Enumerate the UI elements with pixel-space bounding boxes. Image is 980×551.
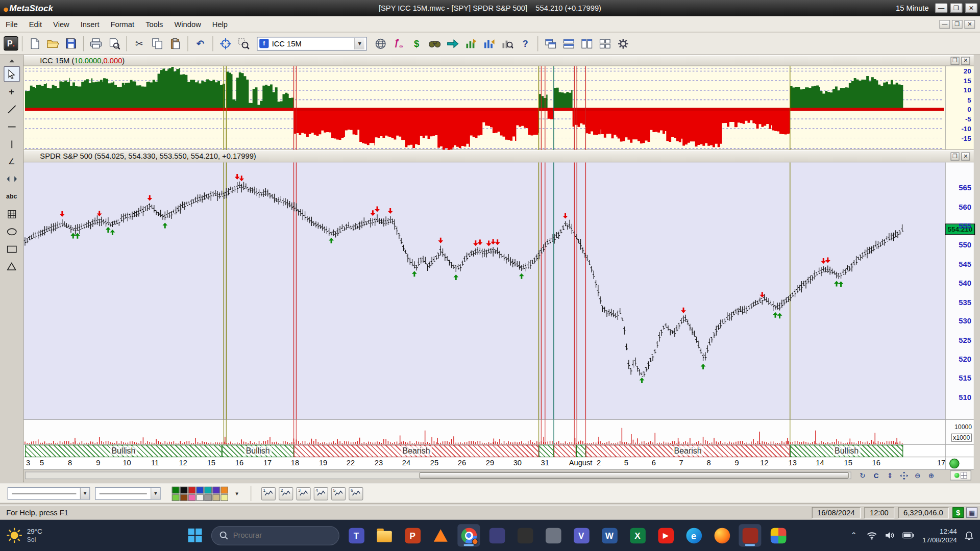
text-tool-button[interactable]: abc [4,189,20,205]
chart-import-button[interactable] [481,35,498,52]
color-swatch[interactable] [204,486,212,493]
word-icon[interactable]: W [598,524,621,546]
angle-line-button[interactable]: ∠ [4,154,20,169]
firefox-icon[interactable] [710,524,733,546]
volume-icon[interactable] [884,529,896,541]
color-swatch[interactable] [172,486,180,493]
tile-horizontal-button[interactable] [560,35,577,52]
chart-export-button[interactable] [462,35,479,52]
minimize-button[interactable]: — [935,3,947,13]
pointer-target-button[interactable] [217,35,234,52]
zoom-out-button[interactable]: ⊖ [911,470,923,481]
chart-search-button[interactable] [499,35,516,52]
horizontal-scrollbar-track[interactable] [25,471,851,479]
visual-app-icon[interactable]: V [570,524,593,546]
tile-grid-button[interactable] [596,35,613,52]
icc-maximize-button[interactable]: ❒ [950,57,959,65]
color-swatch[interactable] [188,494,196,500]
vlc-icon[interactable] [429,524,452,546]
volume-chart[interactable] [24,420,945,445]
weather-widget[interactable]: 29°C Sol [0,527,156,543]
horizontal-line-button[interactable] [4,119,20,135]
zoom-in-button[interactable]: ⊕ [925,470,937,481]
trendline-button[interactable] [4,101,20,117]
close-button[interactable]: ✕ [965,3,977,13]
zoom-box-button[interactable] [235,35,252,52]
battery-icon[interactable] [902,529,914,541]
save-chart-button[interactable] [62,35,79,52]
tile-vertical-button[interactable] [578,35,595,52]
go-arrow-button[interactable] [445,35,461,52]
crosshair-button[interactable]: + [4,84,20,99]
print-preview-button[interactable] [106,35,122,52]
menu-help[interactable]: Help [207,17,233,31]
layout-pager[interactable] [950,470,971,481]
color-swatch[interactable] [212,494,220,500]
new-chart-button[interactable] [26,35,43,52]
menu-window[interactable]: Window [168,17,206,31]
icc-close-button[interactable]: ✕ [961,57,970,65]
chrome-icon[interactable] [457,524,480,546]
indicator-combobox[interactable]: fICC 15M▼ [257,37,367,51]
print-button[interactable] [87,35,104,52]
vertical-line-button[interactable] [4,136,20,152]
chart-style-button-6[interactable]: 6 [349,487,363,500]
color-swatch[interactable] [220,486,228,493]
triangle-tool-button[interactable] [4,259,20,274]
refresh-button[interactable]: ↻ [856,470,869,481]
options-gear-button[interactable] [615,35,631,52]
taskbar-clock[interactable]: 12:44 17/08/2024 [920,527,957,544]
color-swatch[interactable] [220,494,228,500]
notifications-bell-icon[interactable] [963,529,975,541]
menu-insert[interactable]: Insert [75,17,105,31]
color-swatch[interactable] [180,486,188,493]
cascade-windows-button[interactable] [542,35,559,52]
menu-format[interactable]: Format [105,17,140,31]
line-weight-select[interactable]: ▼ [95,487,161,499]
cut-button[interactable]: ✂ [131,35,148,52]
color-swatch[interactable] [204,494,212,500]
wifi-icon[interactable] [866,529,878,541]
undo-button[interactable]: ↶ [192,35,209,52]
youtube-icon[interactable]: ▶ [654,524,677,546]
grid-tool-button[interactable] [4,206,20,222]
chart-style-button-3[interactable]: 3 [296,487,310,500]
color-swatch[interactable] [188,486,196,493]
scroll-up-button[interactable] [4,57,20,64]
open-chart-button[interactable] [44,35,61,52]
price-close-button[interactable]: ✕ [961,152,970,160]
menu-tools[interactable]: Tools [140,17,168,31]
app-window-icon[interactable] [542,524,565,546]
vertical-fit-button[interactable]: ⇕ [884,470,896,481]
tray-expand-icon[interactable]: ⌃ [847,529,860,541]
icc-indicator-chart[interactable] [24,66,945,150]
start-button[interactable] [184,525,206,546]
child-close-button[interactable]: ✕ [964,20,975,29]
color-swatch[interactable] [196,486,204,493]
color-swatch[interactable] [172,494,180,500]
chart-style-button-5[interactable]: 5 [331,487,346,500]
ellipse-tool-button[interactable] [4,223,20,239]
app-indigo-icon[interactable] [485,524,508,546]
periodicity-indicator-icon[interactable] [949,459,960,469]
child-minimize-button[interactable]: — [939,20,950,29]
function-editor-button[interactable]: ƒ∞ [390,35,407,52]
currency-indicator[interactable]: $ [952,507,964,518]
edge-icon[interactable]: e [682,524,705,546]
excel-icon[interactable]: X [626,524,649,546]
chart-style-button-1[interactable]: 1 [261,487,276,500]
search-input[interactable] [233,531,321,540]
icc-panel-header[interactable]: ICC 15M (10.0000, 0.000 ) ❒ ✕ [24,55,974,66]
rectangle-tool-button[interactable] [4,241,20,257]
chart-style-button-2[interactable]: 2 [279,487,293,500]
chart-style-button-4[interactable]: 4 [314,487,328,500]
power-console-button[interactable]: P. [4,36,18,51]
taskbar-search[interactable] [211,525,339,545]
restore-button[interactable]: ❒ [950,3,962,13]
menu-edit[interactable]: Edit [23,17,47,31]
line-style-select[interactable]: ▼ [8,487,90,499]
explorer-find-button[interactable] [426,35,443,52]
horizontal-scrollbar-thumb[interactable] [420,472,849,479]
collapse-button[interactable]: C [870,470,882,481]
color-swatch[interactable] [212,486,220,493]
